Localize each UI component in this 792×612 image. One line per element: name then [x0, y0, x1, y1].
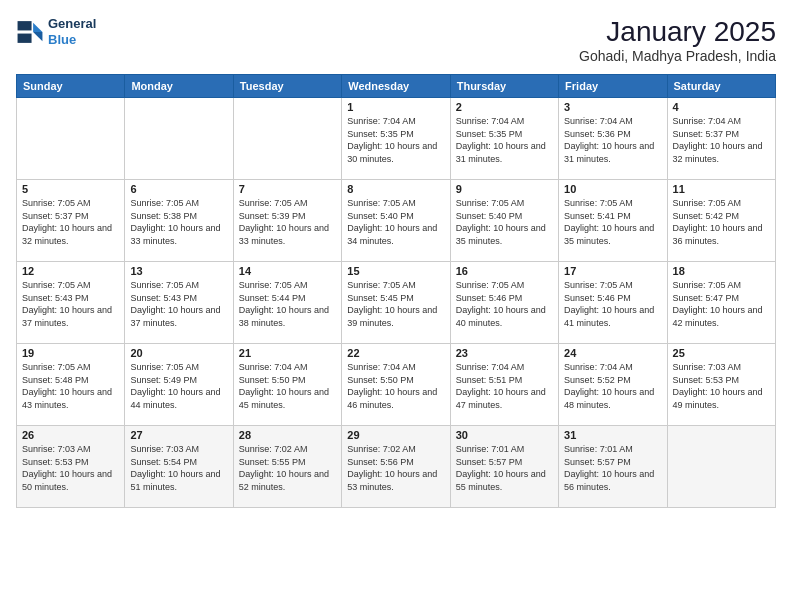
table-row: 1Sunrise: 7:04 AM Sunset: 5:35 PM Daylig… [342, 98, 450, 180]
day-info: Sunrise: 7:04 AM Sunset: 5:51 PM Dayligh… [456, 361, 553, 411]
table-row: 24Sunrise: 7:04 AM Sunset: 5:52 PM Dayli… [559, 344, 667, 426]
day-number: 6 [130, 183, 227, 195]
col-friday: Friday [559, 75, 667, 98]
day-info: Sunrise: 7:05 AM Sunset: 5:38 PM Dayligh… [130, 197, 227, 247]
col-saturday: Saturday [667, 75, 775, 98]
day-info: Sunrise: 7:05 AM Sunset: 5:43 PM Dayligh… [22, 279, 119, 329]
day-info: Sunrise: 7:04 AM Sunset: 5:35 PM Dayligh… [456, 115, 553, 165]
table-row: 8Sunrise: 7:05 AM Sunset: 5:40 PM Daylig… [342, 180, 450, 262]
day-number: 16 [456, 265, 553, 277]
day-info: Sunrise: 7:05 AM Sunset: 5:48 PM Dayligh… [22, 361, 119, 411]
col-thursday: Thursday [450, 75, 558, 98]
table-row: 19Sunrise: 7:05 AM Sunset: 5:48 PM Dayli… [17, 344, 125, 426]
day-info: Sunrise: 7:01 AM Sunset: 5:57 PM Dayligh… [564, 443, 661, 493]
day-number: 17 [564, 265, 661, 277]
table-row: 29Sunrise: 7:02 AM Sunset: 5:56 PM Dayli… [342, 426, 450, 508]
day-info: Sunrise: 7:05 AM Sunset: 5:47 PM Dayligh… [673, 279, 770, 329]
day-number: 13 [130, 265, 227, 277]
day-number: 12 [22, 265, 119, 277]
table-row: 4Sunrise: 7:04 AM Sunset: 5:37 PM Daylig… [667, 98, 775, 180]
table-row: 16Sunrise: 7:05 AM Sunset: 5:46 PM Dayli… [450, 262, 558, 344]
day-number: 4 [673, 101, 770, 113]
day-number: 9 [456, 183, 553, 195]
day-info: Sunrise: 7:05 AM Sunset: 5:41 PM Dayligh… [564, 197, 661, 247]
day-number: 21 [239, 347, 336, 359]
table-row: 30Sunrise: 7:01 AM Sunset: 5:57 PM Dayli… [450, 426, 558, 508]
table-row: 26Sunrise: 7:03 AM Sunset: 5:53 PM Dayli… [17, 426, 125, 508]
day-info: Sunrise: 7:03 AM Sunset: 5:53 PM Dayligh… [22, 443, 119, 493]
day-info: Sunrise: 7:05 AM Sunset: 5:39 PM Dayligh… [239, 197, 336, 247]
table-row [667, 426, 775, 508]
table-row: 17Sunrise: 7:05 AM Sunset: 5:46 PM Dayli… [559, 262, 667, 344]
day-number: 10 [564, 183, 661, 195]
day-info: Sunrise: 7:05 AM Sunset: 5:46 PM Dayligh… [456, 279, 553, 329]
table-row: 11Sunrise: 7:05 AM Sunset: 5:42 PM Dayli… [667, 180, 775, 262]
table-row: 9Sunrise: 7:05 AM Sunset: 5:40 PM Daylig… [450, 180, 558, 262]
table-row: 27Sunrise: 7:03 AM Sunset: 5:54 PM Dayli… [125, 426, 233, 508]
day-info: Sunrise: 7:04 AM Sunset: 5:36 PM Dayligh… [564, 115, 661, 165]
subtitle: Gohadi, Madhya Pradesh, India [579, 48, 776, 64]
day-info: Sunrise: 7:04 AM Sunset: 5:37 PM Dayligh… [673, 115, 770, 165]
table-row: 3Sunrise: 7:04 AM Sunset: 5:36 PM Daylig… [559, 98, 667, 180]
col-wednesday: Wednesday [342, 75, 450, 98]
table-row: 13Sunrise: 7:05 AM Sunset: 5:43 PM Dayli… [125, 262, 233, 344]
table-row: 12Sunrise: 7:05 AM Sunset: 5:43 PM Dayli… [17, 262, 125, 344]
svg-rect-3 [18, 21, 32, 30]
day-info: Sunrise: 7:05 AM Sunset: 5:40 PM Dayligh… [456, 197, 553, 247]
day-number: 7 [239, 183, 336, 195]
page: General Blue January 2025 Gohadi, Madhya… [0, 0, 792, 612]
day-info: Sunrise: 7:04 AM Sunset: 5:50 PM Dayligh… [347, 361, 444, 411]
day-number: 30 [456, 429, 553, 441]
table-row: 23Sunrise: 7:04 AM Sunset: 5:51 PM Dayli… [450, 344, 558, 426]
day-number: 1 [347, 101, 444, 113]
header: General Blue January 2025 Gohadi, Madhya… [16, 16, 776, 64]
day-number: 18 [673, 265, 770, 277]
calendar-week-row: 19Sunrise: 7:05 AM Sunset: 5:48 PM Dayli… [17, 344, 776, 426]
day-number: 20 [130, 347, 227, 359]
day-number: 29 [347, 429, 444, 441]
table-row: 22Sunrise: 7:04 AM Sunset: 5:50 PM Dayli… [342, 344, 450, 426]
day-number: 8 [347, 183, 444, 195]
table-row: 20Sunrise: 7:05 AM Sunset: 5:49 PM Dayli… [125, 344, 233, 426]
table-row: 21Sunrise: 7:04 AM Sunset: 5:50 PM Dayli… [233, 344, 341, 426]
day-number: 22 [347, 347, 444, 359]
day-number: 11 [673, 183, 770, 195]
day-info: Sunrise: 7:03 AM Sunset: 5:54 PM Dayligh… [130, 443, 227, 493]
day-number: 23 [456, 347, 553, 359]
day-info: Sunrise: 7:05 AM Sunset: 5:44 PM Dayligh… [239, 279, 336, 329]
table-row: 18Sunrise: 7:05 AM Sunset: 5:47 PM Dayli… [667, 262, 775, 344]
day-info: Sunrise: 7:03 AM Sunset: 5:53 PM Dayligh… [673, 361, 770, 411]
table-row: 25Sunrise: 7:03 AM Sunset: 5:53 PM Dayli… [667, 344, 775, 426]
day-number: 24 [564, 347, 661, 359]
day-info: Sunrise: 7:04 AM Sunset: 5:52 PM Dayligh… [564, 361, 661, 411]
day-number: 25 [673, 347, 770, 359]
table-row [233, 98, 341, 180]
day-info: Sunrise: 7:02 AM Sunset: 5:56 PM Dayligh… [347, 443, 444, 493]
table-row: 15Sunrise: 7:05 AM Sunset: 5:45 PM Dayli… [342, 262, 450, 344]
table-row [125, 98, 233, 180]
day-number: 5 [22, 183, 119, 195]
title-block: January 2025 Gohadi, Madhya Pradesh, Ind… [579, 16, 776, 64]
logo-icon [16, 18, 44, 46]
logo-text: General Blue [48, 16, 96, 47]
table-row: 31Sunrise: 7:01 AM Sunset: 5:57 PM Dayli… [559, 426, 667, 508]
calendar-week-row: 12Sunrise: 7:05 AM Sunset: 5:43 PM Dayli… [17, 262, 776, 344]
table-row: 5Sunrise: 7:05 AM Sunset: 5:37 PM Daylig… [17, 180, 125, 262]
day-info: Sunrise: 7:02 AM Sunset: 5:55 PM Dayligh… [239, 443, 336, 493]
day-number: 26 [22, 429, 119, 441]
table-row: 2Sunrise: 7:04 AM Sunset: 5:35 PM Daylig… [450, 98, 558, 180]
col-sunday: Sunday [17, 75, 125, 98]
day-info: Sunrise: 7:04 AM Sunset: 5:35 PM Dayligh… [347, 115, 444, 165]
day-number: 19 [22, 347, 119, 359]
day-info: Sunrise: 7:05 AM Sunset: 5:45 PM Dayligh… [347, 279, 444, 329]
day-info: Sunrise: 7:01 AM Sunset: 5:57 PM Dayligh… [456, 443, 553, 493]
day-info: Sunrise: 7:05 AM Sunset: 5:42 PM Dayligh… [673, 197, 770, 247]
logo: General Blue [16, 16, 96, 47]
day-number: 28 [239, 429, 336, 441]
month-title: January 2025 [579, 16, 776, 48]
col-monday: Monday [125, 75, 233, 98]
col-tuesday: Tuesday [233, 75, 341, 98]
table-row: 10Sunrise: 7:05 AM Sunset: 5:41 PM Dayli… [559, 180, 667, 262]
table-row: 6Sunrise: 7:05 AM Sunset: 5:38 PM Daylig… [125, 180, 233, 262]
calendar-header-row: Sunday Monday Tuesday Wednesday Thursday… [17, 75, 776, 98]
